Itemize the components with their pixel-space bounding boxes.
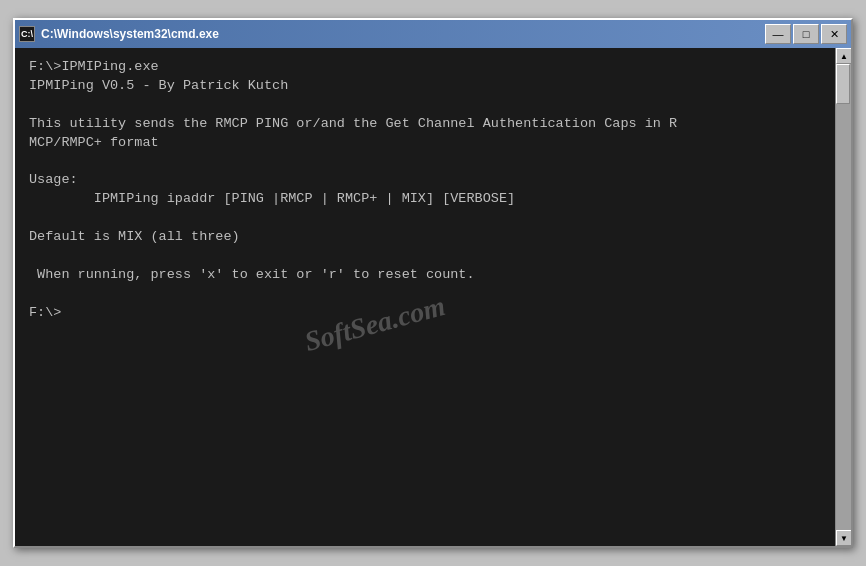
title-bar-left: C:\ C:\Windows\system32\cmd.exe xyxy=(19,26,219,42)
maximize-button[interactable]: □ xyxy=(793,24,819,44)
cmd-icon: C:\ xyxy=(19,26,35,42)
minimize-button[interactable]: — xyxy=(765,24,791,44)
scroll-up-button[interactable]: ▲ xyxy=(836,48,851,64)
terminal-output[interactable]: F:\>IPMIPing.exe IPMIPing V0.5 - By Patr… xyxy=(15,48,835,546)
window-wrapper: C:\ C:\Windows\system32\cmd.exe — □ ✕ F:… xyxy=(13,18,853,548)
title-bar-buttons: — □ ✕ xyxy=(765,24,847,44)
close-button[interactable]: ✕ xyxy=(821,24,847,44)
window-content: F:\>IPMIPing.exe IPMIPing V0.5 - By Patr… xyxy=(15,48,851,546)
scrollbar[interactable]: ▲ ▼ xyxy=(835,48,851,546)
scroll-down-button[interactable]: ▼ xyxy=(836,530,851,546)
cmd-window: C:\ C:\Windows\system32\cmd.exe — □ ✕ F:… xyxy=(13,18,853,548)
scroll-track[interactable] xyxy=(836,64,851,530)
title-bar: C:\ C:\Windows\system32\cmd.exe — □ ✕ xyxy=(15,20,851,48)
window-title: C:\Windows\system32\cmd.exe xyxy=(41,27,219,41)
scroll-thumb[interactable] xyxy=(836,64,850,104)
